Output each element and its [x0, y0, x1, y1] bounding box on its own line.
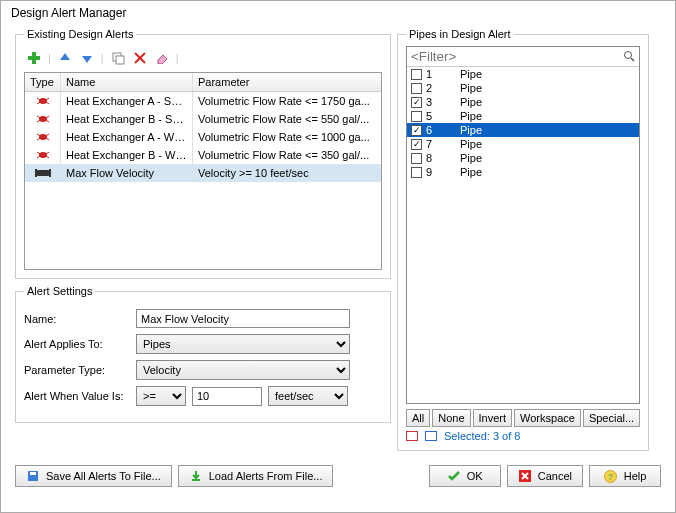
- param-type-label: Parameter Type:: [24, 364, 136, 376]
- svg-line-27: [631, 58, 634, 61]
- alert-type-icon: [25, 146, 61, 164]
- select-none-button[interactable]: None: [432, 409, 470, 427]
- svg-line-7: [37, 98, 40, 100]
- pipe-row[interactable]: 2Pipe: [407, 81, 639, 95]
- alert-type-icon: [25, 92, 61, 110]
- move-down-button[interactable]: [77, 48, 97, 68]
- svg-line-8: [37, 102, 40, 104]
- pipe-number: 1: [426, 68, 460, 80]
- pipe-number: 6: [426, 124, 460, 136]
- workspace-button[interactable]: Workspace: [514, 409, 581, 427]
- pipe-label: Pipe: [460, 152, 482, 164]
- grid-view-icon[interactable]: [425, 431, 437, 441]
- pipe-label: Pipe: [460, 166, 482, 178]
- load-alerts-button[interactable]: Load Alerts From File...: [178, 465, 334, 487]
- alert-row[interactable]: Max Flow VelocityVelocity >= 10 feet/sec: [25, 164, 381, 182]
- load-icon: [189, 469, 203, 483]
- search-icon[interactable]: [623, 50, 635, 64]
- svg-rect-1: [28, 56, 40, 60]
- alert-row[interactable]: Heat Exchanger A - WinterVolumetric Flow…: [25, 128, 381, 146]
- copy-button[interactable]: [108, 48, 128, 68]
- svg-line-17: [37, 134, 40, 136]
- pipe-checkbox[interactable]: [411, 153, 422, 164]
- alert-row[interactable]: Heat Exchanger B - WinterVolumetric Flow…: [25, 146, 381, 164]
- alert-row[interactable]: Heat Exchanger A - Sum...Volumetric Flow…: [25, 92, 381, 110]
- svg-point-26: [625, 51, 632, 58]
- existing-alerts-legend: Existing Design Alerts: [24, 28, 136, 40]
- load-alerts-label: Load Alerts From File...: [209, 470, 323, 482]
- pipe-checkbox[interactable]: ✓: [411, 139, 422, 150]
- svg-point-21: [39, 152, 47, 158]
- save-alerts-button[interactable]: Save All Alerts To File...: [15, 465, 172, 487]
- pipe-label: Pipe: [460, 124, 482, 136]
- svg-text:?: ?: [608, 472, 614, 482]
- pipe-label: Pipe: [460, 82, 482, 94]
- invert-button[interactable]: Invert: [473, 409, 513, 427]
- ok-button[interactable]: OK: [429, 465, 501, 487]
- applies-to-label: Alert Applies To:: [24, 338, 136, 350]
- pipe-checkbox[interactable]: [411, 83, 422, 94]
- svg-line-15: [46, 120, 49, 122]
- alert-settings-group: Alert Settings Name: Alert Applies To: P…: [15, 285, 391, 423]
- col-header-type[interactable]: Type: [25, 73, 61, 91]
- special-button[interactable]: Special...: [583, 409, 640, 427]
- svg-line-22: [37, 152, 40, 154]
- pipes-filter-input[interactable]: [411, 49, 623, 64]
- pipe-row[interactable]: ✓7Pipe: [407, 137, 639, 151]
- svg-line-24: [46, 152, 49, 154]
- alerts-toolbar: | | |: [24, 46, 382, 72]
- existing-alerts-group: Existing Design Alerts | | | Type Name P…: [15, 28, 391, 279]
- name-input[interactable]: [136, 309, 350, 328]
- alert-type-icon: [25, 128, 61, 146]
- pipe-row[interactable]: ✓3Pipe: [407, 95, 639, 109]
- bottom-bar: Save All Alerts To File... Load Alerts F…: [1, 457, 675, 495]
- help-button[interactable]: ? Help: [589, 465, 661, 487]
- pipe-checkbox[interactable]: [411, 69, 422, 80]
- col-header-param[interactable]: Parameter: [193, 73, 381, 91]
- value-input[interactable]: [192, 387, 262, 406]
- erase-button[interactable]: [152, 48, 172, 68]
- pipe-row[interactable]: 1Pipe: [407, 67, 639, 81]
- pipe-number: 2: [426, 82, 460, 94]
- alert-name-cell: Max Flow Velocity: [61, 164, 193, 182]
- operator-select[interactable]: >=: [136, 386, 186, 406]
- pipe-label: Pipe: [460, 96, 482, 108]
- col-header-name[interactable]: Name: [61, 73, 193, 91]
- alert-param-cell: Volumetric Flow Rate <= 1000 ga...: [193, 128, 381, 146]
- pipe-row[interactable]: ✓6Pipe: [407, 123, 639, 137]
- applies-to-select[interactable]: Pipes: [136, 334, 350, 354]
- pipe-row[interactable]: 8Pipe: [407, 151, 639, 165]
- save-alerts-label: Save All Alerts To File...: [46, 470, 161, 482]
- move-up-button[interactable]: [55, 48, 75, 68]
- svg-line-20: [46, 138, 49, 140]
- pipe-checkbox[interactable]: [411, 167, 422, 178]
- ok-label: OK: [467, 470, 483, 482]
- alert-row[interactable]: Heat Exchanger B - Sum...Volumetric Flow…: [25, 110, 381, 128]
- pipe-row[interactable]: 5Pipe: [407, 109, 639, 123]
- toolbar-separator: |: [176, 52, 179, 64]
- add-alert-button[interactable]: [24, 48, 44, 68]
- alert-settings-legend: Alert Settings: [24, 285, 95, 297]
- pipe-label: Pipe: [460, 68, 482, 80]
- pipe-number: 8: [426, 152, 460, 164]
- delete-button[interactable]: [130, 48, 150, 68]
- pipe-checkbox[interactable]: ✓: [411, 97, 422, 108]
- alerts-table: Type Name Parameter Heat Exchanger A - S…: [24, 72, 382, 270]
- svg-rect-30: [192, 479, 200, 481]
- unit-select[interactable]: feet/sec: [268, 386, 348, 406]
- check-icon: [447, 469, 461, 483]
- pipes-group: Pipes in Design Alert 1Pipe2Pipe✓3Pipe5P…: [397, 28, 649, 451]
- alert-param-cell: Volumetric Flow Rate <= 550 gal/...: [193, 110, 381, 128]
- pipe-number: 5: [426, 110, 460, 122]
- list-view-icon[interactable]: [406, 431, 418, 441]
- svg-line-14: [46, 116, 49, 118]
- alert-name-cell: Heat Exchanger A - Winter: [61, 128, 193, 146]
- cancel-button[interactable]: Cancel: [507, 465, 583, 487]
- param-type-select[interactable]: Velocity: [136, 360, 350, 380]
- svg-point-16: [39, 134, 47, 140]
- pipe-checkbox[interactable]: [411, 111, 422, 122]
- toolbar-separator: |: [101, 52, 104, 64]
- select-all-button[interactable]: All: [406, 409, 430, 427]
- pipe-row[interactable]: 9Pipe: [407, 165, 639, 179]
- pipe-checkbox[interactable]: ✓: [411, 125, 422, 136]
